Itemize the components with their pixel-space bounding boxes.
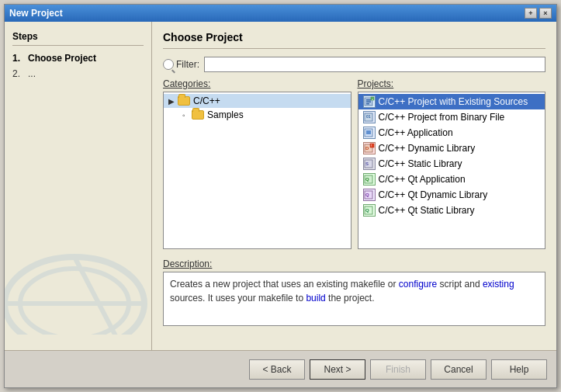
project-binary[interactable]: 01 C/C++ Project from Binary File xyxy=(358,109,545,125)
description-section: Description: Creates a new project that … xyxy=(163,258,545,326)
svg-text:+: + xyxy=(372,98,373,101)
titlebar: New Project + × xyxy=(5,5,556,22)
right-panel: Choose Project Filter: Categories: ▶ xyxy=(152,22,556,350)
finish-button[interactable]: Finish xyxy=(370,359,426,380)
maximize-button[interactable]: + xyxy=(525,8,537,19)
existing-label: C/C++ Project with Existing Sources xyxy=(379,96,528,107)
svg-rect-13 xyxy=(366,130,371,134)
cancel-button[interactable]: Cancel xyxy=(431,359,487,380)
qtdyn-label: C/C++ Qt Dynamic Library xyxy=(379,189,488,200)
filter-row: Filter: xyxy=(163,57,545,72)
svg-point-1 xyxy=(20,269,129,335)
project-qtstat[interactable]: Q C/C++ Qt Static Library xyxy=(358,203,545,218)
svg-text:!: ! xyxy=(371,144,372,147)
samples-folder-icon xyxy=(192,110,204,120)
cpp-label: C/C++ xyxy=(193,95,220,106)
statlib-icon: S xyxy=(363,158,376,170)
titlebar-buttons: + × xyxy=(525,8,552,19)
search-icon xyxy=(163,59,174,70)
steps-title: Steps xyxy=(12,31,144,46)
next-button[interactable]: Next > xyxy=(310,359,365,380)
dynlib-label: C/C++ Dynamic Library xyxy=(379,143,476,154)
step-2: 2. ... xyxy=(12,68,144,80)
app-label: C/C++ Application xyxy=(379,127,453,138)
main-window: New Project + × Steps 1. Choose Project … xyxy=(4,4,557,388)
category-cpp[interactable]: ▶ C/C++ xyxy=(164,94,351,108)
left-panel: Steps 1. Choose Project 2. ... xyxy=(5,22,152,350)
dynlib-icon: D ! xyxy=(363,142,376,154)
existing-highlight: existing xyxy=(483,279,514,290)
category-samples[interactable]: ◦ Samples xyxy=(164,108,351,122)
categories-list: ▶ C/C++ ◦ Samples xyxy=(163,92,351,249)
content-area: Steps 1. Choose Project 2. ... Choose xyxy=(5,22,556,350)
step-1-label: Choose Project xyxy=(28,53,96,64)
help-button[interactable]: Help xyxy=(491,359,547,380)
svg-rect-5 xyxy=(366,99,371,101)
window-title: New Project xyxy=(9,8,63,19)
step-2-label: ... xyxy=(28,68,36,79)
svg-text:S: S xyxy=(365,161,369,166)
project-dynlib[interactable]: D ! C/C++ Dynamic Library xyxy=(358,140,545,156)
categories-label: Categories: xyxy=(163,78,351,89)
cpp-folder-icon xyxy=(178,96,190,106)
step-1: 1. Choose Project xyxy=(12,52,144,64)
samples-label: Samples xyxy=(207,109,244,120)
svg-text:D: D xyxy=(365,146,369,151)
projects-label: Projects: xyxy=(358,78,546,89)
filter-label: Filter: xyxy=(163,59,199,70)
svg-text:Q: Q xyxy=(365,208,369,213)
svg-text:Q: Q xyxy=(365,193,369,197)
binary-icon: 01 xyxy=(363,111,376,123)
samples-expand-arrow: ◦ xyxy=(182,111,189,120)
back-button[interactable]: < Back xyxy=(249,359,305,380)
build-highlight: build xyxy=(306,293,325,304)
statlib-label: C/C++ Static Library xyxy=(379,158,462,169)
project-qtapp[interactable]: Q C/C++ Qt Application xyxy=(358,172,545,187)
description-box: Creates a new project that uses an exist… xyxy=(163,272,545,326)
qtstat-label: C/C++ Qt Static Library xyxy=(379,205,475,216)
app-icon xyxy=(363,127,376,139)
svg-rect-6 xyxy=(366,102,371,103)
configure-highlight: configure xyxy=(399,279,437,290)
categories-pane: Categories: ▶ C/C++ ◦ Samples xyxy=(163,78,351,249)
svg-line-3 xyxy=(74,257,121,335)
project-existing[interactable]: + C/C++ Project with Existing Sources xyxy=(358,94,545,109)
svg-text:Q: Q xyxy=(365,177,369,182)
close-button[interactable]: × xyxy=(539,8,552,19)
binary-label: C/C++ Project from Binary File xyxy=(379,112,505,123)
svg-text:01: 01 xyxy=(366,114,371,119)
two-panes: Categories: ▶ C/C++ ◦ Samples xyxy=(163,78,545,249)
qtapp-label: C/C++ Qt Application xyxy=(379,174,466,185)
button-bar: < Back Next > Finish Cancel Help xyxy=(5,350,556,387)
cpp-expand-arrow: ▶ xyxy=(168,97,175,106)
projects-pane: Projects: + xyxy=(358,78,546,249)
svg-point-0 xyxy=(5,257,144,335)
svg-rect-7 xyxy=(366,103,369,105)
project-app[interactable]: C/C++ Application xyxy=(358,125,545,140)
project-statlib[interactable]: S C/C++ Static Library xyxy=(358,156,545,172)
qtstat-icon: Q xyxy=(363,204,376,217)
description-label: Description: xyxy=(163,258,545,269)
step-1-num: 1. xyxy=(12,53,28,64)
filter-text: Filter: xyxy=(176,59,199,70)
watermark-decoration xyxy=(5,226,152,335)
existing-icon: + xyxy=(363,95,376,108)
projects-list: + C/C++ Project with Existing Sources 01 xyxy=(358,92,546,249)
panel-title: Choose Project xyxy=(163,31,545,49)
step-2-num: 2. xyxy=(12,68,28,79)
project-qtdyn[interactable]: Q C/C++ Qt Dynamic Library xyxy=(358,187,545,203)
qtdyn-icon: Q xyxy=(363,189,376,201)
filter-input[interactable] xyxy=(204,57,545,72)
qtapp-icon: Q xyxy=(363,173,376,186)
